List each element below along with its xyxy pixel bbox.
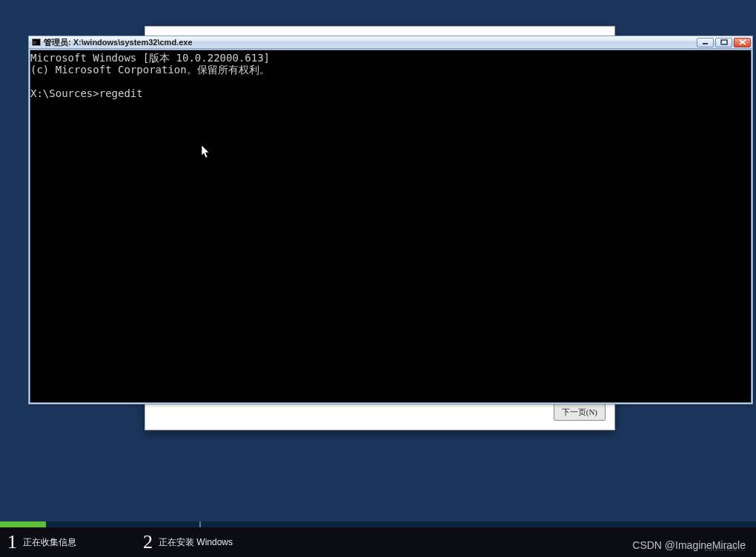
step-1: 1 正在收集信息 <box>7 531 76 553</box>
progress-complete <box>0 521 46 527</box>
maximize-icon <box>720 39 728 45</box>
step-number: 2 <box>143 531 153 553</box>
watermark-sub: csdn.net/… <box>704 544 746 553</box>
step-label: 正在安装 Windows <box>159 536 233 549</box>
progress-divider <box>199 521 201 527</box>
step-label: 正在收集信息 <box>23 536 76 549</box>
next-button[interactable]: 下一页(N) <box>554 404 606 421</box>
step-number: 1 <box>7 531 17 553</box>
minimize-icon <box>702 39 709 45</box>
cmd-title: 管理员: X:\windows\system32\cmd.exe <box>44 37 697 48</box>
svg-rect-0 <box>703 43 708 44</box>
svg-rect-1 <box>721 40 727 44</box>
cmd-line: X:\Sources>regedit <box>30 87 143 99</box>
cmd-window: c: 管理员: X:\windows\system32\cmd.exe Micr… <box>28 36 753 404</box>
minimize-button[interactable] <box>697 38 714 47</box>
cmd-body[interactable]: Microsoft Windows [版本 10.0.22000.613] (c… <box>30 50 752 403</box>
progress-remaining <box>46 521 756 527</box>
cmd-titlebar[interactable]: c: 管理员: X:\windows\system32\cmd.exe <box>29 36 752 49</box>
maximize-button[interactable] <box>715 38 732 47</box>
step-2: 2 正在安装 Windows <box>143 531 233 553</box>
cmd-line: Microsoft Windows [版本 10.0.22000.613] <box>30 52 270 64</box>
step-bar: 1 正在收集信息 2 正在安装 Windows CSDN @ImagineMir… <box>0 527 756 557</box>
close-button[interactable] <box>734 38 751 47</box>
close-icon <box>739 39 746 45</box>
cmd-icon: c: <box>32 39 41 46</box>
progress-strip <box>0 521 756 527</box>
desktop: 下一页(N) c: 管理员: X:\windows\system32\cmd.e… <box>0 0 756 557</box>
cmd-line: (c) Microsoft Corporation。保留所有权利。 <box>30 64 270 76</box>
